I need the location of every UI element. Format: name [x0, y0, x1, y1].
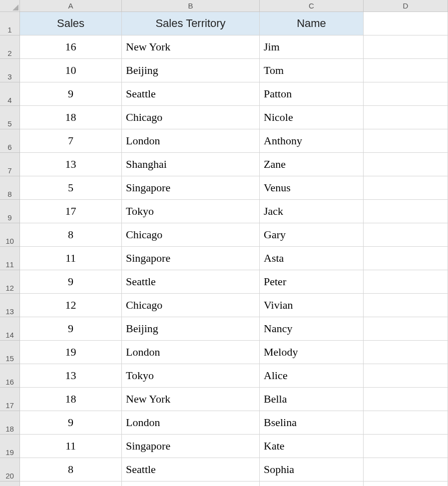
row-header-14[interactable]: 14 — [0, 317, 20, 341]
cell-B18[interactable]: London — [122, 411, 260, 435]
cell-D19[interactable] — [364, 435, 448, 458]
column-header-A[interactable]: A — [20, 0, 122, 12]
row-header-4[interactable]: 4 — [0, 82, 20, 106]
cell-C20[interactable]: Sophia — [260, 458, 364, 482]
cell-D3[interactable] — [364, 59, 448, 82]
cell-C17[interactable]: Bella — [260, 388, 364, 411]
spreadsheet-grid[interactable]: A B C D 1 Sales Sales Territory Name 216… — [0, 0, 448, 486]
cell-A6[interactable]: 7 — [20, 129, 122, 153]
cell-A13[interactable]: 12 — [20, 294, 122, 317]
row-header-11[interactable]: 11 — [0, 247, 20, 270]
row-header-13[interactable]: 13 — [0, 294, 20, 317]
cell-A7[interactable]: 13 — [20, 153, 122, 176]
cell-D20[interactable] — [364, 458, 448, 482]
cell-C8[interactable]: Venus — [260, 176, 364, 200]
cell-B14[interactable]: Beijing — [122, 317, 260, 341]
cell-A1[interactable]: Sales — [20, 12, 122, 35]
column-header-B[interactable]: B — [122, 0, 260, 12]
cell-A20[interactable]: 8 — [20, 458, 122, 482]
cell-D14[interactable] — [364, 317, 448, 341]
row-header-5[interactable]: 5 — [0, 106, 20, 129]
cell-D6[interactable] — [364, 129, 448, 153]
row-header-8[interactable]: 8 — [0, 176, 20, 200]
cell-D11[interactable] — [364, 247, 448, 270]
row-header-3[interactable]: 3 — [0, 59, 20, 82]
cell-C3[interactable]: Tom — [260, 59, 364, 82]
cell-B15[interactable]: London — [122, 341, 260, 364]
cell-C19[interactable]: Kate — [260, 435, 364, 458]
cell-B10[interactable]: Chicago — [122, 223, 260, 247]
cell-B5[interactable]: Chicago — [122, 106, 260, 129]
cell-A18[interactable]: 9 — [20, 411, 122, 435]
cell-C5[interactable]: Nicole — [260, 106, 364, 129]
cell-A8[interactable]: 5 — [20, 176, 122, 200]
cell-B3[interactable]: Beijing — [122, 59, 260, 82]
cell-B21[interactable] — [122, 482, 260, 486]
column-header-C[interactable]: C — [260, 0, 364, 12]
cell-D4[interactable] — [364, 82, 448, 106]
cell-A21[interactable] — [20, 482, 122, 486]
cell-A9[interactable]: 17 — [20, 200, 122, 223]
cell-C21[interactable] — [260, 482, 364, 486]
cell-C18[interactable]: Bselina — [260, 411, 364, 435]
cell-B2[interactable]: New York — [122, 35, 260, 59]
cell-D12[interactable] — [364, 270, 448, 294]
cell-D5[interactable] — [364, 106, 448, 129]
cell-B12[interactable]: Seattle — [122, 270, 260, 294]
cell-B1[interactable]: Sales Territory — [122, 12, 260, 35]
select-all-corner[interactable] — [0, 0, 20, 12]
cell-A11[interactable]: 11 — [20, 247, 122, 270]
cell-D17[interactable] — [364, 388, 448, 411]
cell-D18[interactable] — [364, 411, 448, 435]
cell-A17[interactable]: 18 — [20, 388, 122, 411]
row-header-1[interactable]: 1 — [0, 12, 20, 35]
row-header-7[interactable]: 7 — [0, 153, 20, 176]
row-header-10[interactable]: 10 — [0, 223, 20, 247]
cell-C9[interactable]: Jack — [260, 200, 364, 223]
cell-D7[interactable] — [364, 153, 448, 176]
cell-B20[interactable]: Seattle — [122, 458, 260, 482]
cell-C4[interactable]: Patton — [260, 82, 364, 106]
row-header-19[interactable]: 19 — [0, 435, 20, 458]
cell-A5[interactable]: 18 — [20, 106, 122, 129]
cell-B17[interactable]: New York — [122, 388, 260, 411]
cell-C12[interactable]: Peter — [260, 270, 364, 294]
cell-D13[interactable] — [364, 294, 448, 317]
cell-D21[interactable] — [364, 482, 448, 486]
cell-A4[interactable]: 9 — [20, 82, 122, 106]
row-header-6[interactable]: 6 — [0, 129, 20, 153]
cell-B13[interactable]: Chicago — [122, 294, 260, 317]
cell-A10[interactable]: 8 — [20, 223, 122, 247]
cell-C2[interactable]: Jim — [260, 35, 364, 59]
cell-C13[interactable]: Vivian — [260, 294, 364, 317]
cell-D10[interactable] — [364, 223, 448, 247]
row-header-12[interactable]: 12 — [0, 270, 20, 294]
cell-B8[interactable]: Singapore — [122, 176, 260, 200]
cell-A2[interactable]: 16 — [20, 35, 122, 59]
cell-B9[interactable]: Tokyo — [122, 200, 260, 223]
cell-A14[interactable]: 9 — [20, 317, 122, 341]
cell-A15[interactable]: 19 — [20, 341, 122, 364]
cell-A19[interactable]: 11 — [20, 435, 122, 458]
row-header-17[interactable]: 17 — [0, 388, 20, 411]
cell-C11[interactable]: Asta — [260, 247, 364, 270]
column-header-D[interactable]: D — [364, 0, 448, 12]
row-header-21[interactable]: 21 — [0, 482, 20, 486]
cell-C6[interactable]: Anthony — [260, 129, 364, 153]
cell-A3[interactable]: 10 — [20, 59, 122, 82]
cell-C14[interactable]: Nancy — [260, 317, 364, 341]
row-header-16[interactable]: 16 — [0, 364, 20, 388]
cell-D8[interactable] — [364, 176, 448, 200]
row-header-9[interactable]: 9 — [0, 200, 20, 223]
cell-A16[interactable]: 13 — [20, 364, 122, 388]
cell-D2[interactable] — [364, 35, 448, 59]
cell-C7[interactable]: Zane — [260, 153, 364, 176]
cell-D16[interactable] — [364, 364, 448, 388]
row-header-18[interactable]: 18 — [0, 411, 20, 435]
cell-C15[interactable]: Melody — [260, 341, 364, 364]
cell-C10[interactable]: Gary — [260, 223, 364, 247]
cell-D1[interactable] — [364, 12, 448, 35]
cell-D9[interactable] — [364, 200, 448, 223]
cell-D15[interactable] — [364, 341, 448, 364]
cell-C1[interactable]: Name — [260, 12, 364, 35]
